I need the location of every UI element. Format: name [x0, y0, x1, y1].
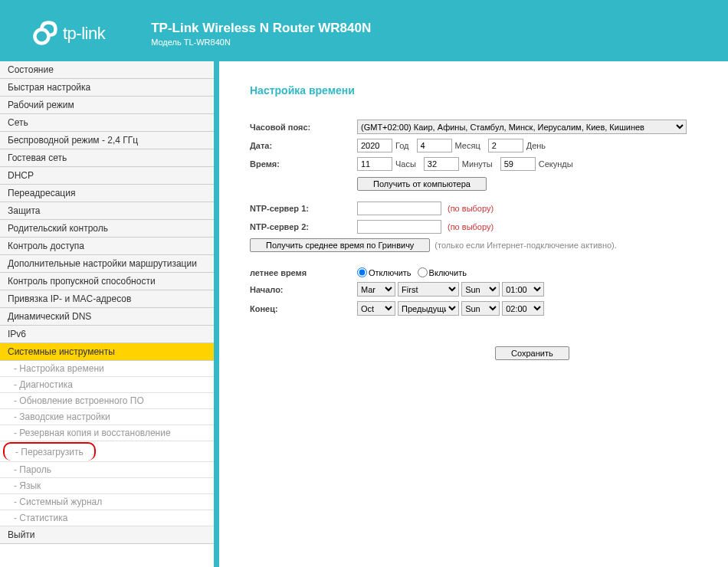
input-month[interactable]	[417, 139, 452, 152]
page-title: Настройка времени	[250, 84, 713, 97]
sidebar: Состояние Быстрая настройка Рабочий режи…	[0, 61, 215, 567]
input-ntp1[interactable]	[357, 202, 441, 215]
nav-ipv6[interactable]: IPv6	[0, 326, 214, 343]
row-date: Дата: Год Месяц День	[250, 139, 713, 152]
unit-sec: Секунды	[539, 159, 573, 169]
subnav-firmware[interactable]: - Обновление встроенного ПО	[0, 393, 214, 409]
btn-get-gmt[interactable]: Получить среднее время по Гринвичу	[250, 238, 430, 252]
radio-off-label: Отключить	[369, 268, 412, 277]
nav-network[interactable]: Сеть	[0, 114, 214, 132]
nav-dhcp[interactable]: DHCP	[0, 167, 214, 185]
nav-ddns[interactable]: Динамический DNS	[0, 308, 214, 326]
nav-ipmac[interactable]: Привязка IP- и MAC-адресов	[0, 290, 214, 308]
input-sec[interactable]	[500, 157, 536, 171]
row-ntp1: NTP-сервер 1: (по выбору)	[250, 202, 713, 215]
unit-month: Месяц	[455, 141, 480, 150]
product-title: TP-Link Wireless N Router WR840N	[151, 21, 371, 36]
label-tz: Часовой пояс:	[250, 123, 357, 132]
start-month[interactable]: Mar	[357, 282, 395, 297]
unit-min: Минуты	[462, 159, 493, 169]
label-start: Начало:	[250, 285, 357, 294]
nav-quick-setup[interactable]: Быстрая настройка	[0, 79, 214, 97]
label-dst: летнее время	[250, 268, 357, 277]
end-month[interactable]: Oct	[357, 301, 395, 316]
tplink-logo-icon	[31, 20, 58, 48]
gmt-note: (только если Интернет-подключение активн…	[435, 241, 616, 250]
start-week[interactable]: First	[398, 282, 459, 297]
input-ntp2[interactable]	[357, 220, 441, 234]
row-ntp2: NTP-сервер 2: (по выбору)	[250, 220, 713, 234]
subnav-syslog[interactable]: - Системный журнал	[0, 494, 214, 510]
nav-logout[interactable]: Выйти	[0, 526, 214, 544]
input-hour[interactable]	[357, 157, 392, 171]
input-min[interactable]	[424, 157, 459, 171]
row-end: Конец: Oct Предыдущий Sun 02:00	[250, 301, 713, 316]
subnav-reboot[interactable]: - Перезагрузить	[3, 442, 96, 460]
unit-day: День	[526, 141, 546, 150]
nav-status[interactable]: Состояние	[0, 61, 214, 79]
nav-bandwidth[interactable]: Контроль пропускной способности	[0, 273, 214, 290]
row-time: Время: Часы Минуты Секунды	[250, 157, 713, 171]
brand-logo: tp-link	[31, 20, 105, 48]
label-end: Конец:	[250, 304, 357, 313]
nav-security[interactable]: Защита	[0, 202, 214, 220]
brand-text: tp-link	[63, 24, 105, 44]
nav-parental[interactable]: Родительский контроль	[0, 220, 214, 238]
label-ntp1: NTP-сервер 1:	[250, 204, 357, 213]
nav-guest[interactable]: Гостевая сеть	[0, 149, 214, 167]
row-timezone: Часовой пояс: (GMT+02:00) Каир, Афины, С…	[250, 120, 713, 134]
subnav-lang[interactable]: - Язык	[0, 478, 214, 494]
nav-access[interactable]: Контроль доступа	[0, 238, 214, 255]
main-content: Настройка времени Часовой пояс: (GMT+02:…	[219, 61, 728, 567]
radio-dst-on[interactable]	[418, 267, 428, 277]
input-year[interactable]	[357, 139, 392, 152]
opt2: (по выбору)	[448, 222, 494, 231]
row-start: Начало: Mar First Sun 01:00	[250, 282, 713, 297]
start-day[interactable]: Sun	[461, 282, 500, 297]
btn-get-from-pc[interactable]: Получить от компьютера	[357, 177, 487, 191]
nav-routing[interactable]: Дополнительные настройки маршрутизации	[0, 255, 214, 273]
opt1: (по выбору)	[448, 204, 494, 213]
end-week[interactable]: Предыдущий	[398, 301, 459, 316]
label-date: Дата:	[250, 141, 357, 150]
header: tp-link TP-Link Wireless N Router WR840N…	[0, 0, 728, 61]
subnav-time[interactable]: - Настройка времени	[0, 361, 214, 377]
nav-mode[interactable]: Рабочий режим	[0, 97, 214, 114]
unit-hour: Часы	[395, 159, 416, 169]
subnav-stats[interactable]: - Статистика	[0, 510, 214, 526]
nav-system-tools[interactable]: Системные инструменты	[0, 343, 214, 361]
end-hour[interactable]: 02:00	[502, 301, 544, 316]
radio-dst-off[interactable]	[357, 267, 367, 277]
label-ntp2: NTP-сервер 2:	[250, 222, 357, 231]
nav-forwarding[interactable]: Переадресация	[0, 185, 214, 202]
label-time: Время:	[250, 159, 357, 169]
unit-year: Год	[395, 141, 409, 150]
select-timezone[interactable]: (GMT+02:00) Каир, Афины, Стамбул, Минск,…	[357, 120, 687, 134]
radio-on-label: Включить	[429, 268, 467, 277]
end-day[interactable]: Sun	[461, 301, 500, 316]
subnav-password[interactable]: - Пароль	[0, 462, 214, 478]
subnav-backup[interactable]: - Резервная копия и восстановление	[0, 425, 214, 441]
start-hour[interactable]: 01:00	[502, 282, 544, 297]
subnav-factory[interactable]: - Заводские настройки	[0, 409, 214, 425]
row-dst: летнее время Отключить Включить	[250, 267, 713, 277]
header-title-block: TP-Link Wireless N Router WR840N Модель …	[151, 21, 371, 47]
product-model: Модель TL-WR840N	[151, 38, 371, 47]
nav-wireless[interactable]: Беспроводной режим - 2,4 ГГц	[0, 132, 214, 149]
subnav-diag[interactable]: - Диагностика	[0, 377, 214, 393]
svg-point-0	[34, 30, 48, 44]
btn-save[interactable]: Сохранить	[495, 346, 569, 360]
input-day[interactable]	[488, 139, 523, 152]
